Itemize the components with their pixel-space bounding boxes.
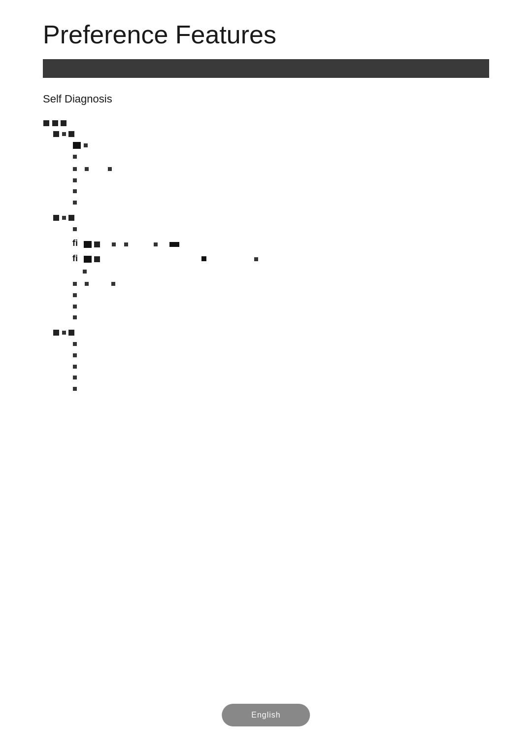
row-1b-1 xyxy=(72,224,489,234)
row-1c-4 xyxy=(72,373,489,383)
bottom-button-area[interactable]: English xyxy=(222,704,310,726)
row-1c-5 xyxy=(72,384,489,394)
section-group-1b: fi fi xyxy=(43,212,489,322)
content-area: fi fi xyxy=(0,113,532,404)
row-1b-2 xyxy=(72,278,489,289)
header-bar xyxy=(43,59,489,78)
row-1a-3 xyxy=(72,164,489,174)
row-1 xyxy=(43,118,489,128)
page-title: Preference Features xyxy=(0,0,532,59)
section-group-1a-i xyxy=(53,140,489,208)
row-1b-4 xyxy=(72,301,489,311)
section-group-1c-i xyxy=(53,339,489,394)
row-fi-2a xyxy=(72,267,489,277)
row-1c-1 xyxy=(72,339,489,349)
row-1c-3 xyxy=(72,361,489,372)
section-group-1c xyxy=(43,328,489,394)
row-fi-1: fi xyxy=(72,236,489,250)
english-button[interactable]: English xyxy=(222,704,310,726)
section-group-1b-i: fi fi xyxy=(53,224,489,322)
row-1a xyxy=(53,129,489,139)
section-title: Self Diagnosis xyxy=(0,78,532,113)
row-1a-4 xyxy=(72,175,489,185)
row-fi-2: fi xyxy=(72,251,489,266)
row-1b-3 xyxy=(72,290,489,300)
row-1b-5 xyxy=(72,312,489,323)
section-group-1: fi fi xyxy=(43,118,489,394)
row-1c xyxy=(53,328,489,338)
row-1a-6 xyxy=(72,198,489,208)
row-1c-2 xyxy=(72,350,489,360)
row-1a-2 xyxy=(72,151,489,162)
row-1a-1 xyxy=(72,140,489,151)
row-1a-5 xyxy=(72,186,489,197)
section-group-1a xyxy=(43,129,489,208)
row-1b xyxy=(53,212,489,223)
